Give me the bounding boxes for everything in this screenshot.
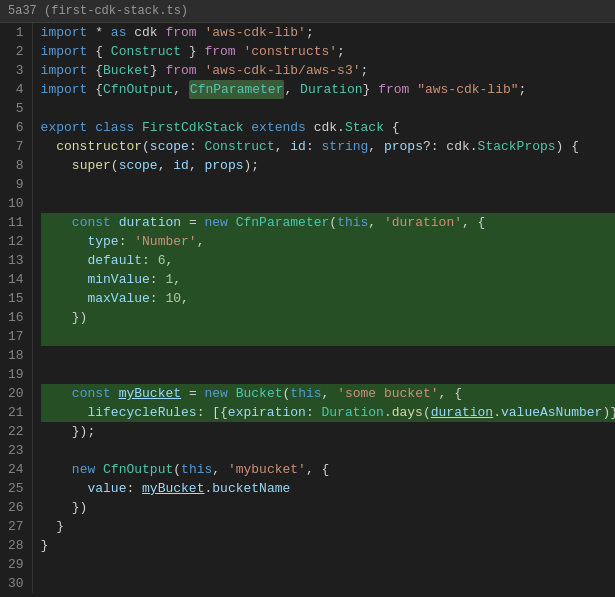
code-line: } bbox=[41, 517, 615, 536]
code-line bbox=[41, 99, 615, 118]
code-line: } bbox=[41, 536, 615, 555]
code-line bbox=[41, 574, 615, 593]
code-line: const myBucket = new Bucket(this, 'some … bbox=[41, 384, 615, 403]
code-line: new CfnOutput(this, 'mybucket', { bbox=[41, 460, 615, 479]
code-line: import { Construct } from 'constructs'; bbox=[41, 42, 615, 61]
tab-label: 5a37 (first-cdk-stack.ts) bbox=[8, 4, 188, 18]
code-line bbox=[41, 441, 615, 460]
code-line: import {Bucket} from 'aws-cdk-lib/aws-s3… bbox=[41, 61, 615, 80]
code-line: value: myBucket.bucketName bbox=[41, 479, 615, 498]
code-line: type: 'Number', bbox=[41, 232, 615, 251]
line-numbers: 1 2 3 4 5 6 7 8 9 10 11 12 13 14 15 16 1… bbox=[0, 23, 33, 593]
code-line bbox=[41, 346, 615, 365]
code-line: super(scope, id, props); bbox=[41, 156, 615, 175]
code-line: maxValue: 10, bbox=[41, 289, 615, 308]
code-editor: 1 2 3 4 5 6 7 8 9 10 11 12 13 14 15 16 1… bbox=[0, 23, 615, 593]
code-line bbox=[41, 327, 615, 346]
code-line bbox=[41, 555, 615, 574]
code-line: import {CfnOutput, CfnParameter, Duratio… bbox=[41, 80, 615, 99]
code-line: lifecycleRules: [{expiration: Duration.d… bbox=[41, 403, 615, 422]
code-line: import * as cdk from 'aws-cdk-lib'; bbox=[41, 23, 615, 42]
code-line: const duration = new CfnParameter(this, … bbox=[41, 213, 615, 232]
code-line: }); bbox=[41, 422, 615, 441]
code-line: }) bbox=[41, 308, 615, 327]
code-line bbox=[41, 194, 615, 213]
code-line bbox=[41, 365, 615, 384]
code-line: export class FirstCdkStack extends cdk.S… bbox=[41, 118, 615, 137]
code-lines: import * as cdk from 'aws-cdk-lib'; impo… bbox=[33, 23, 615, 593]
code-line: constructor(scope: Construct, id: string… bbox=[41, 137, 615, 156]
code-line bbox=[41, 175, 615, 194]
code-line: default: 6, bbox=[41, 251, 615, 270]
code-line: }) bbox=[41, 498, 615, 517]
code-line: minValue: 1, bbox=[41, 270, 615, 289]
tab-bar: 5a37 (first-cdk-stack.ts) bbox=[0, 0, 615, 23]
